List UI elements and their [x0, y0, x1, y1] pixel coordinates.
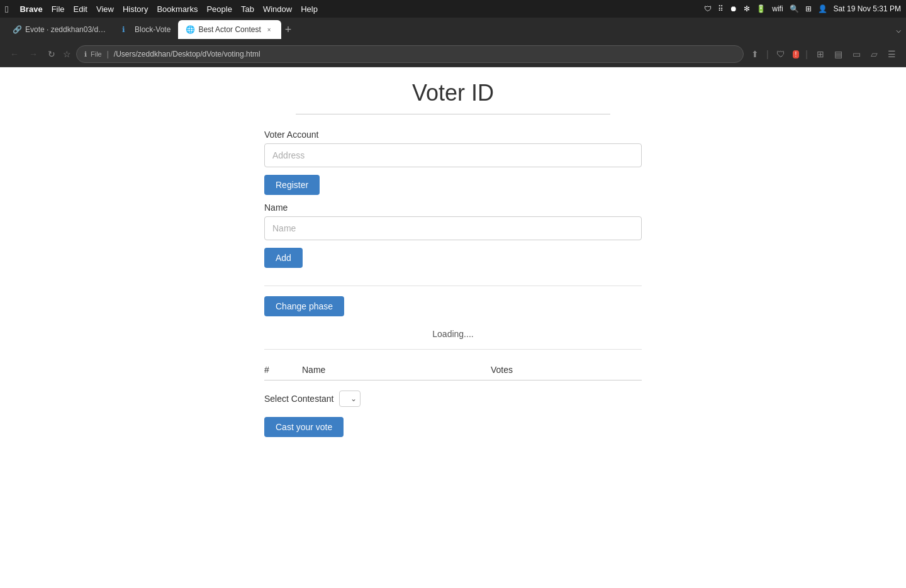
tab-bestactor-close[interactable]: × [265, 25, 274, 34]
change-phase-button[interactable]: Change phase [264, 296, 344, 316]
tab-bestactor[interactable]: 🌐 Best Actor Contest × [178, 20, 281, 39]
file-icon: ℹ [84, 50, 87, 58]
system-icon-grid[interactable]: ⠿ [718, 4, 724, 13]
col-header-name: Name [302, 360, 491, 380]
menu-icon[interactable]: ☰ [885, 47, 898, 62]
wallet-icon[interactable]: ▭ [850, 47, 863, 62]
tab-blockvote-favicon: ℹ [122, 25, 131, 34]
system-icon-user[interactable]: 👤 [818, 4, 827, 13]
select-contestant-label: Select Contestant [264, 394, 334, 404]
voter-account-label: Voter Account [264, 130, 642, 140]
tab-evote[interactable]: 🔗 Evote · zeddkhan03/dVote@07d8c... [5, 20, 115, 39]
change-phase-section: Change phase Loading.... [264, 296, 642, 339]
tab-bar: 🔗 Evote · zeddkhan03/dVote@07d8c... ℹ Bl… [0, 18, 906, 42]
menu-edit[interactable]: Edit [74, 4, 87, 14]
menu-help[interactable]: Help [301, 4, 318, 14]
system-icon-time[interactable]: ⏺ [730, 4, 737, 13]
address-input[interactable]: ℹ File | /Users/zeddkhan/Desktop/dVote/v… [76, 45, 744, 63]
add-button[interactable]: Add [264, 248, 303, 268]
system-icon-battery[interactable]: 🔋 [756, 4, 766, 13]
reload-button[interactable]: ↻ [45, 47, 58, 62]
name-label: Name [264, 202, 642, 213]
cast-vote-button[interactable]: Cast your vote [264, 417, 344, 437]
section-divider-2 [264, 349, 642, 350]
system-icon-wifi[interactable]: wifi [772, 4, 783, 13]
warning-badge: ! [793, 50, 800, 58]
system-icon-search[interactable]: 🔍 [790, 4, 799, 13]
menu-bookmarks[interactable]: Bookmarks [157, 4, 198, 14]
section-divider-1 [264, 286, 642, 286]
loading-text: Loading.... [264, 329, 642, 339]
title-divider [296, 114, 610, 114]
apple-menu[interactable]:  [5, 4, 8, 14]
voter-account-input[interactable] [264, 143, 642, 167]
tab-bestactor-label: Best Actor Contest [198, 25, 260, 34]
tab-blockvote-label: Block-Vote [135, 25, 171, 34]
url-text: /Users/zeddkhan/Desktop/dVote/voting.htm… [114, 50, 260, 58]
system-icon-control[interactable]: ⊞ [805, 4, 812, 13]
extensions-icon[interactable]: ⊞ [814, 47, 827, 62]
voter-account-section: Voter Account Register [264, 130, 642, 202]
address-bar: ← → ↻ ☆ ℹ File | /Users/zeddkhan/Desktop… [0, 42, 906, 67]
clock: Sat 19 Nov 5:31 PM [834, 4, 901, 13]
system-icon-bluetooth[interactable]: ✻ [744, 4, 750, 13]
back-button[interactable]: ← [8, 47, 21, 62]
col-header-number: # [264, 360, 302, 380]
contestants-table: # Name Votes [264, 360, 642, 380]
col-header-votes: Votes [491, 360, 642, 380]
bookmark-button[interactable]: ☆ [63, 49, 71, 59]
page-title: Voter ID [0, 80, 906, 106]
browser-chrome: 🔗 Evote · zeddkhan03/dVote@07d8c... ℹ Bl… [0, 18, 906, 67]
select-contestant-row: Select Contestant [264, 391, 642, 407]
menu-brave[interactable]: Brave [20, 4, 42, 14]
tab-evote-favicon: 🔗 [13, 25, 21, 34]
tab-evote-label: Evote · zeddkhan03/dVote@07d8c... [25, 25, 107, 34]
menu-window[interactable]: Window [263, 4, 292, 14]
tab-bestactor-favicon: 🌐 [186, 25, 194, 34]
name-section: Name Add [264, 202, 642, 275]
menu-tab[interactable]: Tab [241, 4, 254, 14]
form-container: Voter Account Register Name Add Change p… [264, 130, 642, 445]
register-button[interactable]: Register [264, 175, 320, 195]
page-content: Voter ID Voter Account Register Name Add… [0, 67, 906, 588]
cast-icon[interactable]: ▱ [868, 47, 880, 62]
share-icon[interactable]: ⬆ [749, 47, 761, 62]
file-label: File [91, 50, 102, 58]
menu-history[interactable]: History [123, 4, 148, 14]
tab-list-dropdown[interactable]: ⌵ [896, 25, 901, 35]
name-input[interactable] [264, 216, 642, 240]
new-tab-button[interactable]: + [281, 23, 296, 36]
tab-blockvote[interactable]: ℹ Block-Vote [115, 20, 178, 39]
sidebar-icon[interactable]: ▤ [832, 47, 845, 62]
menu-people[interactable]: People [206, 4, 232, 14]
menu-view[interactable]: View [96, 4, 114, 14]
system-icon-shield[interactable]: 🛡 [704, 4, 712, 13]
toolbar-right: ⬆ | 🛡 ! | ⊞ ▤ ▭ ▱ ☰ [749, 47, 898, 62]
separator: | [107, 50, 109, 58]
select-wrapper [339, 391, 361, 407]
menubar:  Brave File Edit View History Bookmarks… [0, 0, 906, 18]
forward-button[interactable]: → [26, 47, 40, 62]
brave-icon[interactable]: 🛡 [774, 47, 788, 62]
contestant-dropdown[interactable] [339, 391, 361, 407]
menu-file[interactable]: File [52, 4, 65, 14]
